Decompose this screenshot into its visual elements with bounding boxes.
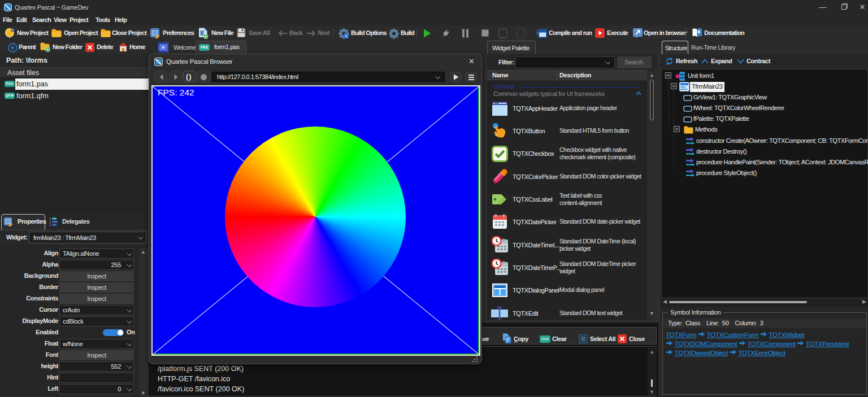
svg-text:s: s xyxy=(345,33,348,38)
